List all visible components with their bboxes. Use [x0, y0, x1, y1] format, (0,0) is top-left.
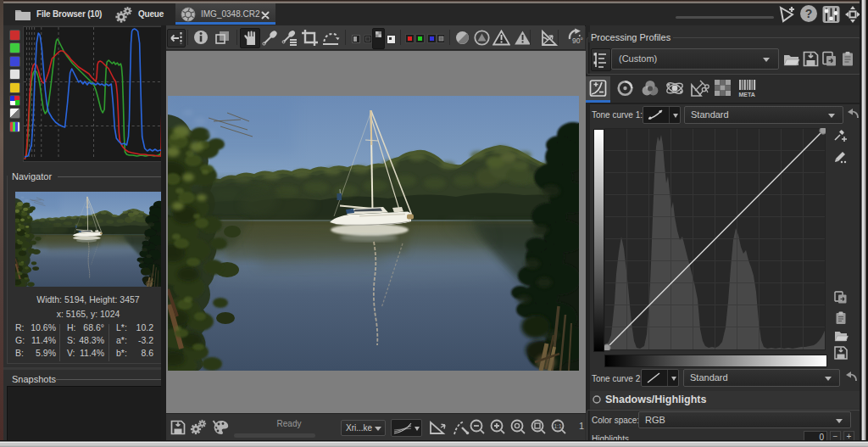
svg-text:1:1: 1:1 [554, 423, 561, 429]
svg-text:META: META [739, 92, 755, 98]
